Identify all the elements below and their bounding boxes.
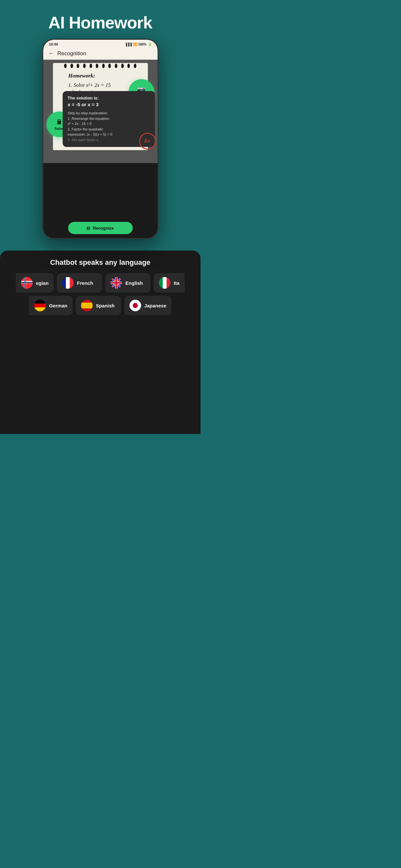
spiral-dot: [89, 64, 92, 68]
svg-rect-8: [111, 282, 122, 284]
lang-card-english[interactable]: English: [105, 273, 150, 292]
wifi-icon: 📶: [133, 42, 137, 46]
recognize-icon: ⊟: [87, 226, 90, 230]
spiral-dot: [70, 64, 73, 68]
flag-japanese: [129, 300, 141, 311]
screen-title: Recognition: [58, 51, 87, 57]
battery-level: 100%: [138, 42, 147, 46]
homework-title: Homework:: [68, 73, 132, 79]
step1-label: 1. Rearrange the equation:: [68, 116, 150, 121]
flag-spanish: [81, 300, 93, 311]
step2-label: 2. Factor the quadratic: [68, 127, 150, 132]
app-title: AI Homework: [49, 13, 152, 32]
lang-card-spanish[interactable]: Spanish: [76, 296, 121, 315]
step2-content: expression: (x - 3)(x + 5) = 0: [68, 132, 150, 137]
spiral-dot: [115, 64, 117, 68]
battery-icon: 🔋: [148, 42, 152, 46]
bottom-section: Chatbot speaks any language egian French: [0, 251, 201, 434]
phone-mockup: 10:00 ▐▐▐ 📶 100% 🔋 ← Recognition: [42, 39, 158, 239]
back-button[interactable]: ←: [49, 50, 54, 57]
spiral-dot: [83, 64, 86, 68]
uk-flag-svg: [111, 277, 122, 289]
lang-name-japanese: Japanese: [144, 303, 166, 308]
flag-french: [62, 277, 73, 289]
lang-card-norwegian[interactable]: egian: [16, 273, 54, 292]
calculator-icon: 🖩: [56, 119, 63, 126]
spiral-dot: [109, 64, 111, 68]
lang-name-french: French: [77, 280, 93, 286]
jp-circle: [133, 303, 138, 308]
language-row-1: egian French: [3, 273, 197, 292]
grade-badge: A+: [139, 133, 156, 150]
language-row-2: German Spanish Japanese: [3, 296, 197, 315]
lang-name-english: English: [125, 280, 143, 286]
spiral-dot: [127, 64, 130, 68]
spiral-dot: [64, 64, 67, 68]
spiral-binding: [62, 63, 138, 69]
recognize-button[interactable]: ⊟ Recognize: [68, 222, 133, 234]
spiral-dot: [77, 64, 80, 68]
phone-header: ← Recognition: [43, 48, 158, 60]
spiral-dot: [102, 64, 104, 68]
status-bar: 10:00 ▐▐▐ 📶 100% 🔋: [43, 40, 158, 48]
flag-norwegian: [21, 277, 33, 289]
flag-english: [111, 277, 122, 289]
lang-name-spanish: Spanish: [96, 303, 115, 308]
language-grid: egian French: [0, 273, 201, 315]
top-section: AI Homework 10:00 ▐▐▐ 📶 100% 🔋 ← Recogni…: [0, 0, 201, 245]
solution-answer: x = -5 or x = 3: [68, 102, 150, 107]
status-icons: ▐▐▐ 📶 100% 🔋: [125, 42, 152, 46]
lang-name-norwegian: egian: [36, 280, 49, 286]
notebook-area: Homework: 1. Solve x²+ 2x = 15 by factor…: [43, 60, 158, 163]
status-time: 10:00: [49, 42, 58, 46]
steps-title: Step-by-step explanation:: [68, 111, 150, 116]
signal-icon: ▐▐▐: [125, 42, 132, 46]
chatbot-title: Chatbot speaks any language: [0, 258, 201, 267]
step3: 3. Set each factor e...: [68, 137, 150, 143]
lang-card-italian[interactable]: Ita: [154, 273, 185, 292]
spiral-dot: [121, 64, 124, 68]
flag-italian: [159, 277, 171, 289]
spiral-dot: [134, 64, 136, 68]
spiral-dot: [96, 64, 98, 68]
lang-card-german[interactable]: German: [29, 296, 73, 315]
solution-title: The solution is:: [68, 96, 150, 100]
lang-name-italian: Ita: [174, 280, 180, 286]
lang-card-japanese[interactable]: Japanese: [124, 296, 172, 315]
recognize-label: Recognize: [93, 226, 114, 230]
lang-card-french[interactable]: French: [57, 273, 102, 292]
step1-content: x² + 2x - 15 = 0: [68, 121, 150, 127]
lang-name-german: German: [49, 303, 67, 308]
solution-steps: Step-by-step explanation: 1. Rearrange t…: [68, 111, 150, 143]
flag-german: [34, 300, 46, 311]
